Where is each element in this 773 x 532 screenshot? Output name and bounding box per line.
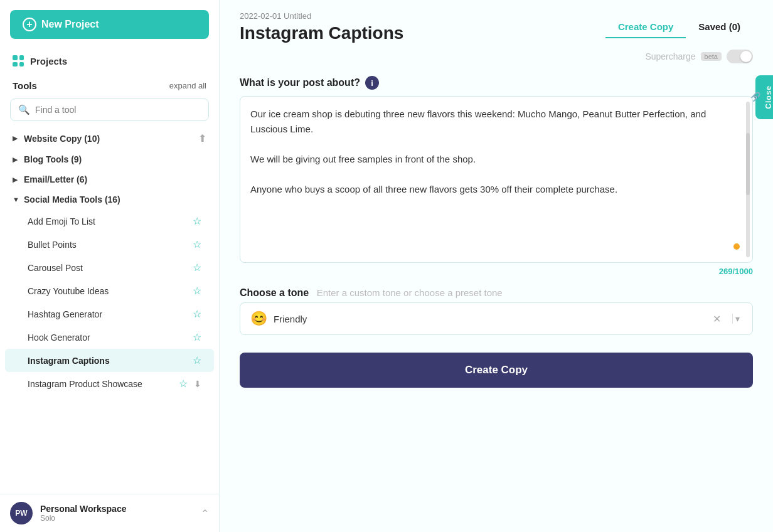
close-label: Close [764, 85, 773, 109]
workspace-info: Personal Workspace Solo [40, 504, 193, 523]
tool-carousel-post[interactable]: Carousel Post ☆ [5, 256, 214, 279]
avatar: PW [10, 502, 33, 524]
supercharge-label: Supercharge [645, 51, 695, 61]
post-label-text: What is your post about? [240, 77, 360, 88]
star-icon[interactable]: ☆ [193, 354, 201, 366]
post-textarea[interactable]: Our ice cream shop is debuting three new… [240, 97, 752, 260]
tool-instagram-captions[interactable]: Instagram Captions ☆ [5, 349, 214, 372]
orange-dot [733, 243, 740, 250]
category-label: Blog Tools (9) [24, 154, 82, 164]
tool-hook-generator[interactable]: Hook Generator ☆ [5, 326, 214, 349]
tone-select[interactable]: 😊 Friendly ✕ ▾ [240, 302, 753, 335]
category-website-copy[interactable]: ▶ Website Copy (10) ⬆ [0, 127, 219, 149]
star-icon[interactable]: ☆ [193, 262, 201, 274]
arrow-icon: ▶ [13, 134, 20, 142]
arrow-icon: ▶ [13, 156, 20, 164]
star-icon[interactable]: ☆ [193, 331, 201, 343]
tone-hint: Enter a custom tone or choose a preset t… [317, 287, 503, 298]
tone-emoji: 😊 [250, 311, 267, 327]
workspace-sub: Solo [40, 514, 193, 523]
post-textarea-wrapper: Our ice cream shop is debuting three new… [240, 96, 753, 263]
textarea-scrollbar [746, 102, 750, 257]
tool-label: Instagram Product Showcase [28, 379, 174, 389]
post-field-label: What is your post about? i [240, 76, 753, 90]
category-social-media[interactable]: ▼ Social Media Tools (16) [0, 189, 219, 210]
close-panel-button[interactable]: Close 🔗 [755, 75, 773, 119]
supercharge-bar: Supercharge beta [220, 43, 773, 63]
tool-label: Carousel Post [28, 263, 188, 273]
star-icon[interactable]: ☆ [193, 285, 201, 297]
scroll-down-icon[interactable]: ⬇ [194, 379, 201, 389]
tools-label: Tools [13, 80, 37, 91]
category-email-letter[interactable]: ▶ Email/Letter (6) [0, 169, 219, 189]
tool-label: Instagram Captions [28, 356, 188, 366]
info-icon[interactable]: i [365, 76, 379, 90]
tool-add-emoji[interactable]: Add Emoji To List ☆ [5, 210, 214, 233]
header-tabs: Create Copy Saved (0) [605, 16, 753, 38]
tone-label-text: Choose a tone [240, 287, 309, 298]
category-label: Website Copy (10) [24, 134, 100, 144]
tone-value: Friendly [274, 314, 701, 324]
grid-icon [13, 55, 24, 66]
main-header: 2022-02-01 Untitled Instagram Captions C… [220, 0, 773, 43]
tool-hashtag-generator[interactable]: Hashtag Generator ☆ [5, 302, 214, 326]
search-box[interactable]: 🔍 [10, 98, 209, 121]
tool-label: Bullet Points [28, 240, 188, 250]
tools-header: Tools expand all [0, 73, 219, 96]
workspace-bar[interactable]: PW Personal Workspace Solo ⌃ [0, 494, 219, 532]
category-label: Email/Letter (6) [24, 174, 87, 184]
category-blog-tools[interactable]: ▶ Blog Tools (9) [0, 149, 219, 169]
tab-saved[interactable]: Saved (0) [686, 16, 753, 38]
search-input[interactable] [35, 105, 201, 115]
form-area: What is your post about? i Our ice cream… [220, 63, 773, 532]
star-icon[interactable]: ☆ [193, 215, 201, 227]
sidebar: + New Project Projects Tools expand all … [0, 0, 220, 532]
tone-clear-button[interactable]: ✕ [708, 313, 726, 325]
breadcrumb: 2022-02-01 Untitled [240, 11, 403, 21]
star-icon[interactable]: ☆ [193, 308, 201, 320]
projects-label: Projects [30, 56, 67, 66]
tool-instagram-product[interactable]: Instagram Product Showcase ☆ ⬇ [5, 372, 214, 395]
new-project-label: New Project [41, 19, 99, 30]
char-count: 269/1000 [240, 267, 753, 276]
tool-label: Add Emoji To List [28, 216, 188, 226]
tool-label: Hook Generator [28, 332, 188, 343]
tool-bullet-points[interactable]: Bullet Points ☆ [5, 233, 214, 256]
search-icon: 🔍 [18, 104, 30, 115]
avatar-initials: PW [15, 509, 27, 518]
arrow-icon: ▼ [13, 196, 20, 203]
category-label: Social Media Tools (16) [24, 194, 120, 205]
page-title: Instagram Captions [240, 23, 403, 43]
projects-nav[interactable]: Projects [0, 49, 219, 73]
star-icon[interactable]: ☆ [179, 378, 188, 390]
create-copy-button[interactable]: Create Copy [240, 353, 753, 388]
star-icon[interactable]: ☆ [193, 238, 201, 250]
scroll-up-icon[interactable]: ⬆ [198, 132, 206, 144]
workspace-name: Personal Workspace [40, 504, 193, 514]
chevron-icon: ⌃ [201, 508, 209, 519]
tool-label: Crazy Youtube Ideas [28, 286, 188, 296]
expand-all-button[interactable]: expand all [169, 81, 206, 90]
arrow-icon: ▶ [13, 176, 20, 184]
plus-icon: + [23, 18, 36, 31]
beta-badge: beta [701, 52, 722, 61]
tab-create-copy[interactable]: Create Copy [605, 16, 686, 38]
new-project-button[interactable]: + New Project [10, 10, 209, 39]
supercharge-toggle[interactable] [727, 50, 753, 63]
tone-label-row: Choose a tone Enter a custom tone or cho… [240, 287, 753, 299]
tone-chevron-icon[interactable]: ▾ [732, 314, 742, 324]
tool-label: Hashtag Generator [28, 309, 188, 319]
scrollbar-thumb [746, 133, 750, 195]
main-content: 2022-02-01 Untitled Instagram Captions C… [220, 0, 773, 532]
title-area: 2022-02-01 Untitled Instagram Captions [240, 11, 403, 43]
tools-list: ▶ Website Copy (10) ⬆ ▶ Blog Tools (9) ▶… [0, 127, 219, 494]
tool-crazy-youtube[interactable]: Crazy Youtube Ideas ☆ [5, 279, 214, 302]
